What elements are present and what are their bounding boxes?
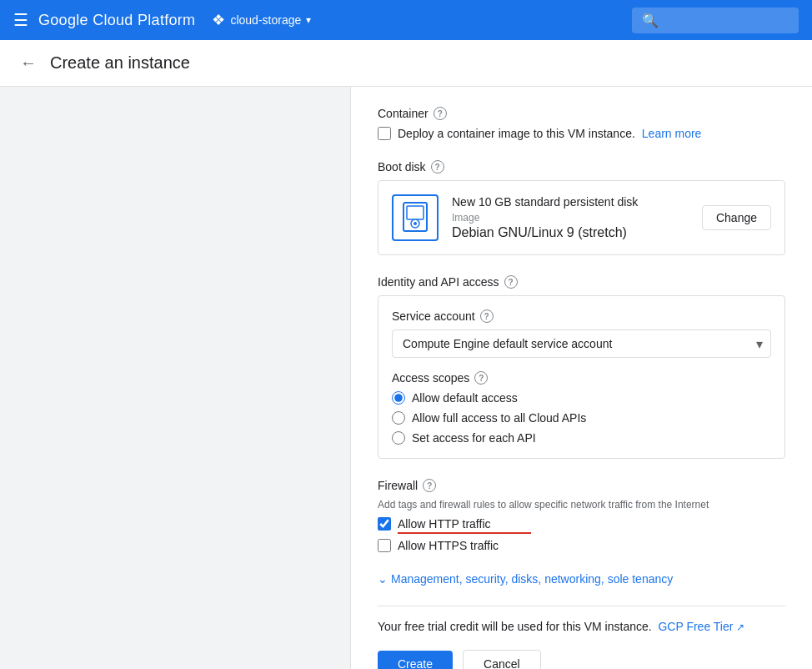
container-checkbox[interactable] xyxy=(378,127,391,140)
disk-os-text: Debian GNU/Linux 9 (stretch) xyxy=(452,225,689,240)
allow-http-checkbox[interactable] xyxy=(378,517,391,531)
learn-more-link[interactable]: Learn more xyxy=(642,127,702,140)
create-button[interactable]: Create xyxy=(378,651,453,669)
http-traffic-label: Allow HTTP traffic xyxy=(398,517,491,531)
container-deploy-text: Deploy a container image to this VM inst… xyxy=(398,127,635,140)
disk-info: New 10 GB standard persistent disk Image… xyxy=(452,195,689,240)
right-panel: Container ? Deploy a container image to … xyxy=(350,87,812,669)
back-button[interactable]: ← xyxy=(20,53,37,73)
page-title: Create an instance xyxy=(50,53,190,73)
scope-option-0[interactable]: Allow default access xyxy=(392,391,771,405)
boot-disk-card: New 10 GB standard persistent disk Image… xyxy=(378,180,785,255)
container-row: Deploy a container image to this VM inst… xyxy=(378,127,785,140)
firewall-help-icon[interactable]: ? xyxy=(423,479,436,492)
scope-label-2: Set access for each API xyxy=(412,431,536,445)
disk-icon-wrap xyxy=(392,194,439,241)
identity-help-icon[interactable]: ? xyxy=(504,275,518,289)
http-traffic-row: Allow HTTP traffic xyxy=(378,517,785,534)
scope-radio-0[interactable] xyxy=(392,391,405,405)
access-scopes-section: Access scopes ? Allow default access All… xyxy=(392,371,771,445)
external-link-icon: ↗ xyxy=(736,621,744,633)
identity-section: Identity and API access ? Service accoun… xyxy=(378,275,785,459)
free-trial-row: Your free trial credit will be used for … xyxy=(378,620,785,633)
container-label: Container ? xyxy=(378,107,785,120)
cancel-button[interactable]: Cancel xyxy=(463,650,541,669)
access-scopes-help-icon[interactable]: ? xyxy=(474,371,488,385)
access-scopes-radio-group: Allow default access Allow full access t… xyxy=(392,391,771,445)
management-link[interactable]: ⌄ Management, security, disks, networkin… xyxy=(378,572,785,586)
project-icon: ❖ xyxy=(212,11,225,29)
scope-radio-2[interactable] xyxy=(392,431,405,445)
main-layout: Container ? Deploy a container image to … xyxy=(0,87,812,669)
firewall-label: Firewall ? xyxy=(378,479,785,492)
access-scopes-label: Access scopes ? xyxy=(392,371,771,385)
http-underline xyxy=(398,532,531,534)
https-traffic-row: Allow HTTPS traffic xyxy=(378,539,785,552)
service-account-select-wrap: Compute Engine default service account ▾ xyxy=(392,329,771,358)
chevron-down-icon: ⌄ xyxy=(378,572,388,586)
container-help-icon[interactable]: ? xyxy=(434,107,447,120)
menu-icon[interactable]: ☰ xyxy=(13,10,28,30)
divider xyxy=(378,606,785,606)
boot-disk-help-icon[interactable]: ? xyxy=(431,160,444,174)
free-trial-text: Your free trial credit will be used for … xyxy=(378,620,652,633)
change-button[interactable]: Change xyxy=(702,205,771,230)
disk-sub-label: Image xyxy=(452,212,689,224)
boot-disk-label: Boot disk ? xyxy=(378,160,785,174)
project-chevron-icon: ▾ xyxy=(306,14,311,26)
gcp-free-tier-link[interactable]: GCP Free Tier xyxy=(658,620,733,633)
left-panel xyxy=(0,87,350,669)
disk-icon xyxy=(400,201,430,234)
svg-point-3 xyxy=(414,222,417,225)
page-header: ← Create an instance xyxy=(0,40,812,87)
svg-rect-1 xyxy=(407,206,424,219)
service-account-select[interactable]: Compute Engine default service account xyxy=(392,329,771,358)
service-account-label: Service account ? xyxy=(392,309,771,323)
project-selector[interactable]: ❖ cloud-storage ▾ xyxy=(212,11,311,29)
scope-option-2[interactable]: Set access for each API xyxy=(392,431,771,445)
management-label: Management, security, disks, networking,… xyxy=(391,572,673,586)
top-nav: ☰ Google Cloud Platform ❖ cloud-storage … xyxy=(0,0,812,40)
disk-main-text: New 10 GB standard persistent disk xyxy=(452,195,689,209)
scope-option-1[interactable]: Allow full access to all Cloud APIs xyxy=(392,411,771,425)
allow-https-checkbox[interactable] xyxy=(378,539,391,552)
search-icon: 🔍 xyxy=(642,13,659,28)
scope-label-0: Allow default access xyxy=(412,391,518,405)
identity-label: Identity and API access ? xyxy=(378,275,785,289)
app-title: Google Cloud Platform xyxy=(38,12,195,29)
firewall-description: Add tags and firewall rules to allow spe… xyxy=(378,499,785,511)
service-account-help-icon[interactable]: ? xyxy=(480,309,494,323)
action-row: Create Cancel xyxy=(378,650,785,669)
identity-card: Service account ? Compute Engine default… xyxy=(378,295,785,459)
search-bar[interactable]: 🔍 xyxy=(632,8,799,33)
boot-disk-section: Boot disk ? New 10 GB standard persisten… xyxy=(378,160,785,255)
project-name: cloud-storage xyxy=(230,13,301,27)
https-traffic-label: Allow HTTPS traffic xyxy=(398,539,499,552)
firewall-section: Firewall ? Add tags and firewall rules t… xyxy=(378,479,785,552)
container-section: Container ? Deploy a container image to … xyxy=(378,107,785,140)
scope-label-1: Allow full access to all Cloud APIs xyxy=(412,411,586,425)
scope-radio-1[interactable] xyxy=(392,411,405,425)
